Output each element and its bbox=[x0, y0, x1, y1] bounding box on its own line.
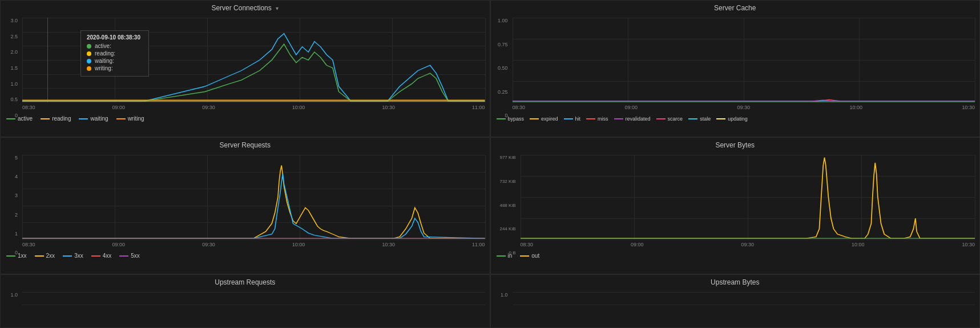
writing-dot bbox=[87, 66, 91, 71]
bytes-svg bbox=[521, 155, 975, 239]
title-text: Upstream Bytes bbox=[711, 278, 759, 286]
legend-active-line bbox=[6, 118, 15, 119]
server-cache-panel: Server Cache 1.00 0.75 0.50 0.25 0 bbox=[490, 0, 981, 137]
legend-miss: miss bbox=[586, 116, 608, 122]
legend-revalidated: revalidated bbox=[614, 116, 651, 122]
legend-bypass: bypass bbox=[497, 116, 525, 122]
legend-updating: updating bbox=[716, 116, 748, 122]
tooltip-waiting: waiting: bbox=[87, 58, 143, 64]
tooltip: 2020-09-10 08:38:30 active: reading: wai… bbox=[80, 30, 149, 77]
reading-dot bbox=[87, 51, 91, 56]
legend-expired: expired bbox=[530, 116, 558, 122]
requests-legend: 1xx 2xx 3xx 4xx 5xx bbox=[6, 253, 140, 259]
active-dot bbox=[87, 44, 91, 49]
legend-writing: writing bbox=[116, 115, 144, 122]
legend-stale: stale bbox=[688, 116, 711, 122]
legend-4xx: 4xx bbox=[91, 253, 112, 259]
y-axis: 5 4 3 2 1 0 bbox=[1, 150, 22, 260]
title-text: Server Cache bbox=[714, 4, 756, 12]
y-axis: 1.0 bbox=[1, 287, 22, 325]
server-bytes-chart: 977 KiB 732 KiB 488 KiB 244 KiB 0 B bbox=[491, 150, 980, 260]
y-axis: 3.0 2.5 2.0 1.5 1.0 0.5 0 bbox=[1, 13, 22, 123]
legend-out: out bbox=[520, 253, 539, 259]
x-axis: 08:30 09:00 09:30 10:00 10:30 11:00 bbox=[22, 242, 485, 247]
upstream-requests-chart: 1.0 bbox=[1, 287, 490, 325]
connections-legend: active reading waiting writing bbox=[6, 115, 144, 122]
legend-waiting: waiting bbox=[79, 115, 108, 122]
server-requests-panel: Server Requests 5 4 3 2 1 0 bbox=[0, 137, 490, 274]
title-text: Upstream Requests bbox=[215, 278, 275, 286]
legend-writing-line bbox=[116, 118, 126, 119]
server-requests-title: Server Requests bbox=[1, 138, 490, 150]
server-requests-chart: 5 4 3 2 1 0 bbox=[1, 150, 490, 260]
x-axis: 08:30 09:00 09:30 10:00 10:30 11:00 bbox=[22, 105, 485, 110]
requests-svg bbox=[22, 155, 485, 239]
upstream-bytes-panel: Upstream Bytes 1.0 bbox=[490, 274, 981, 328]
tooltip-active: active: bbox=[87, 43, 143, 49]
dropdown-icon[interactable]: ▾ bbox=[276, 5, 279, 11]
upstream-bytes-chart: 1.0 bbox=[491, 287, 980, 325]
legend-3xx: 3xx bbox=[63, 253, 83, 259]
legend-hit: hit bbox=[564, 116, 581, 122]
title-text: Server Connections bbox=[211, 4, 271, 12]
grid-lines bbox=[513, 292, 975, 305]
legend-reading-line bbox=[41, 118, 50, 119]
server-connections-panel: Server Connections ▾ 3.0 2.5 2.0 1.5 1.0… bbox=[0, 0, 490, 137]
legend-1xx: 1xx bbox=[6, 253, 27, 259]
legend-active: active bbox=[6, 115, 33, 122]
x-axis: 08:30 09:00 09:30 10:00 10:30 bbox=[513, 105, 975, 110]
tooltip-reading: reading: bbox=[87, 50, 143, 57]
cache-legend: bypass expired hit miss revalidated bbox=[497, 116, 748, 122]
server-connections-title[interactable]: Server Connections ▾ bbox=[1, 1, 490, 13]
waiting-dot bbox=[87, 59, 91, 63]
legend-reading: reading bbox=[41, 115, 71, 122]
server-bytes-panel: Server Bytes 977 KiB 732 KiB 488 KiB 244… bbox=[490, 137, 981, 274]
upstream-bytes-title: Upstream Bytes bbox=[491, 275, 980, 287]
cache-svg bbox=[513, 18, 975, 102]
bytes-legend: in out bbox=[497, 253, 540, 259]
y-axis: 1.0 bbox=[491, 287, 513, 325]
upstream-requests-panel: Upstream Requests 1.0 bbox=[0, 274, 490, 328]
server-cache-chart: 1.00 0.75 0.50 0.25 0 bbox=[491, 13, 980, 123]
legend-2xx: 2xx bbox=[35, 253, 55, 259]
title-text: Server Requests bbox=[220, 141, 271, 149]
x-axis: 08:30 09:00 09:30 10:00 10:30 bbox=[521, 242, 975, 247]
bottom-row: Upstream Requests 1.0 Upstream Bytes 1.0 bbox=[0, 274, 980, 328]
upstream-requests-title: Upstream Requests bbox=[1, 275, 490, 287]
server-connections-chart: 3.0 2.5 2.0 1.5 1.0 0.5 0 bbox=[1, 13, 490, 123]
tooltip-writing: writing: bbox=[87, 65, 143, 71]
legend-in: in bbox=[497, 253, 513, 259]
server-cache-title: Server Cache bbox=[491, 1, 980, 13]
title-text: Server Bytes bbox=[715, 141, 755, 149]
y-axis: 977 KiB 732 KiB 488 KiB 244 KiB 0 B bbox=[491, 150, 521, 260]
server-bytes-title: Server Bytes bbox=[491, 138, 980, 150]
legend-scarce: scarce bbox=[656, 116, 683, 122]
legend-waiting-line bbox=[79, 118, 88, 119]
dashboard: Server Connections ▾ 3.0 2.5 2.0 1.5 1.0… bbox=[0, 0, 980, 328]
y-axis: 1.00 0.75 0.50 0.25 0 bbox=[491, 13, 513, 123]
grid-lines bbox=[22, 292, 485, 305]
tooltip-date: 2020-09-10 08:38:30 bbox=[87, 34, 143, 41]
legend-5xx: 5xx bbox=[119, 253, 140, 259]
